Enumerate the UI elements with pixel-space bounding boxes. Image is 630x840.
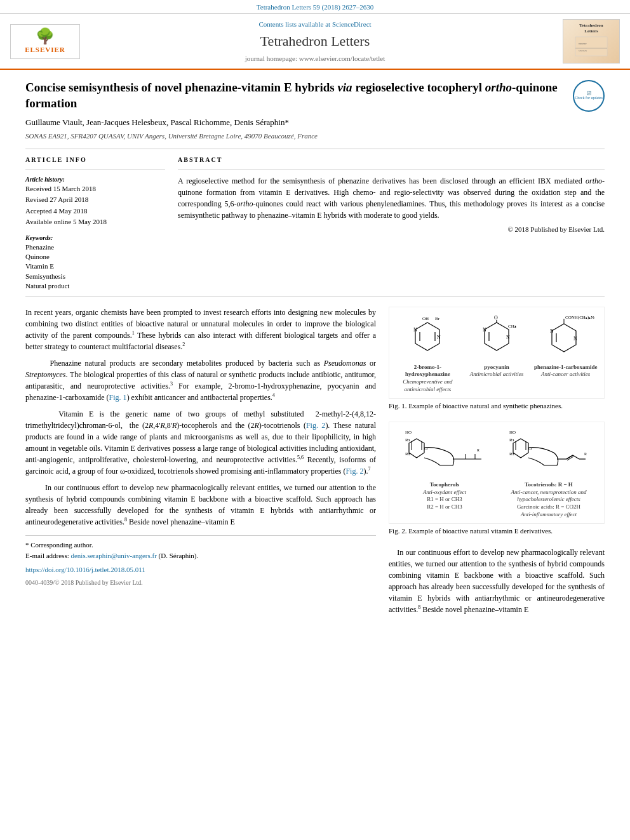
svg-text:N: N — [506, 335, 510, 340]
author-email[interactable]: denis.seraphin@univ-angers.fr — [70, 552, 156, 559]
svg-text:R: R — [477, 448, 479, 452]
chem-struct-3: N N CONH(CH₂)₂N(CH₃)₂ phenazine-1-carbox… — [532, 312, 599, 378]
journal-reference: Tetrahedron Letters 59 (2018) 2627–2630 — [0, 0, 630, 14]
paragraph-4: In our continuous effort to develop new … — [25, 482, 376, 528]
svg-marker-4 — [415, 323, 439, 350]
tocotrienol-struct: HO R₁ R₂ O — [499, 427, 599, 519]
sciencedirect-link[interactable]: Contents lists available at ScienceDirec… — [93, 20, 537, 29]
svg-text:N: N — [573, 336, 577, 342]
chem-svg-3: N N CONH(CH₂)₂N(CH₃)₂ — [537, 312, 594, 360]
journal-logo-right: Tetrahedron Letters ~~~~ ~~~~~ — [537, 19, 620, 63]
svg-rect-0 — [575, 37, 607, 56]
svg-text:N: N — [550, 328, 554, 334]
email-line: E-mail address: denis.seraphin@univ-ange… — [25, 550, 376, 561]
svg-text:R: R — [584, 452, 587, 456]
paragraph-3: Vitamin E is the generic name of two gro… — [25, 408, 376, 477]
title-section: Concise semisynthesis of novel phenazine… — [25, 80, 605, 112]
received-date: Received 15 March 2018 — [25, 184, 165, 194]
affiliation: SONAS EA921, SFR4207 QUASAV, UNIV Angers… — [25, 131, 605, 141]
abstract-column: ABSTRACT A regioselective method for the… — [178, 156, 605, 291]
history-label: Article history: — [25, 175, 165, 184]
copyright: © 2018 Published by Elsevier Ltd. — [178, 225, 605, 234]
keywords-section: Keywords: Phenazine Quinone Vitamin E Se… — [25, 234, 165, 291]
keyword-vitamine: Vitamin E — [25, 262, 165, 271]
doi-line[interactable]: https://doi.org/10.1016/j.tetlet.2018.05… — [25, 564, 376, 575]
main-body: In recent years, organic chemists have b… — [25, 307, 605, 620]
body-right: N N OH Br 2-bromo-1- — [389, 307, 605, 620]
article-info-label: ARTICLE INFO — [25, 156, 165, 164]
svg-text:N: N — [437, 335, 441, 340]
abstract-label: ABSTRACT — [178, 156, 605, 164]
article-history: Article history: Received 15 March 2018 … — [25, 175, 165, 227]
keyword-quinone: Quinone — [25, 252, 165, 262]
paragraph-2: Phenazine natural products are secondary… — [25, 357, 376, 403]
elsevier-logo: 🌳 ELSEVIER — [10, 24, 80, 59]
chem-struct-1: N N OH Br 2-bromo-1- — [394, 312, 461, 393]
chem-name-2: pyocyanin Antimicrobial activities — [464, 364, 530, 378]
keywords-label: Keywords: — [25, 234, 165, 243]
chem-svg-2: N N O CH₃ — [470, 312, 524, 360]
corresponding-author-note: * Corresponding author. — [25, 540, 376, 550]
svg-text:N: N — [413, 327, 417, 333]
divider-1 — [25, 149, 605, 149]
tetrahedron-logo: Tetrahedron Letters ~~~~ ~~~~~ — [563, 19, 620, 63]
figure-2: HO R₁ R₂ O — [389, 422, 605, 537]
body-text-left: In recent years, organic chemists have b… — [25, 307, 376, 620]
body-two-column: In recent years, organic chemists have b… — [25, 307, 605, 620]
issn-line: 0040-4039/© 2018 Published by Elsevier L… — [25, 578, 376, 587]
check-updates-badge[interactable]: 🔄 Check for updates — [573, 80, 605, 112]
tocotrienol-svg: HO R₁ R₂ O — [503, 427, 595, 478]
tocopherol-struct: HO R₁ R₂ O — [394, 427, 495, 519]
svg-text:OH: OH — [422, 316, 429, 321]
chem-svg-1: N N OH Br — [399, 312, 456, 360]
chem-name-3: phenazine-1-carboxamide Anti-cancer acti… — [532, 364, 599, 378]
svg-text:CONH(CH₂)₂N(CH₃)₂: CONH(CH₂)₂N(CH₃)₂ — [565, 315, 594, 320]
available-date: Available online 5 May 2018 — [25, 217, 165, 227]
elsevier-logo-section: 🌳 ELSEVIER — [10, 24, 93, 59]
fig2-caption: Fig. 2. Example of bioactive natural vit… — [389, 526, 605, 536]
revised-date: Revised 27 April 2018 — [25, 195, 165, 204]
elsevier-tree-icon: 🌳 — [36, 29, 55, 44]
svg-text:R₂: R₂ — [509, 451, 514, 457]
authors: Guillaume Viault, Jean-Jacques Helesbeux… — [25, 117, 605, 128]
svg-text:~~~~~: ~~~~~ — [579, 50, 587, 53]
article-content: Concise semisynthesis of novel phenazine… — [0, 70, 630, 630]
journal-title: Tetrahedron Letters — [93, 32, 537, 51]
svg-text:N: N — [483, 327, 486, 333]
chem-struct-2: N N O CH₃ — [464, 312, 530, 378]
figure-1: N N OH Br 2-bromo-1- — [389, 307, 605, 411]
fig1-caption: Fig. 1. Example of bioactive natural and… — [389, 401, 605, 411]
abstract-text: A regioselective method for the semisynt… — [178, 175, 605, 221]
svg-text:O: O — [494, 315, 498, 321]
fig2-ref-1[interactable]: Fig. 2 — [306, 421, 325, 430]
svg-marker-18 — [552, 324, 576, 352]
keyword-phenazine: Phenazine — [25, 243, 165, 252]
svg-text:HO: HO — [405, 430, 412, 435]
svg-text:CH₃: CH₃ — [508, 324, 516, 329]
svg-line-45 — [573, 455, 579, 459]
check-updates-icon: 🔄 — [587, 91, 591, 97]
svg-text:R₁: R₁ — [405, 437, 410, 443]
divider-2 — [25, 296, 605, 297]
tocopherol-svg: HO R₁ R₂ O — [399, 427, 491, 478]
svg-text:~~~~: ~~~~ — [579, 42, 587, 46]
body-text-right: In our continuous effort to develop new … — [389, 547, 605, 615]
tocopherol-name: Tocopherols Anti-oxydant effect R1 = H o… — [394, 481, 495, 511]
fig1-ref[interactable]: Fig. 1 — [109, 393, 127, 402]
journal-header: 🌳 ELSEVIER Contents lists available at S… — [0, 14, 630, 70]
journal-header-center: Contents lists available at ScienceDirec… — [93, 20, 537, 64]
svg-text:R₂: R₂ — [405, 451, 410, 457]
article-info-column: ARTICLE INFO Article history: Received 1… — [25, 156, 165, 291]
tocotrienol-name: Tocotrienols: R = H Anti-cancer, neuropr… — [499, 481, 599, 518]
fig2-ref-2[interactable]: Fig. 2 — [345, 467, 363, 476]
footnote-section: * Corresponding author. E-mail address: … — [25, 535, 376, 587]
svg-text:Br: Br — [435, 316, 440, 321]
tetrahedron-mini-text: Tetrahedron Letters ~~~~ ~~~~~ — [572, 23, 610, 60]
divider-info — [25, 170, 165, 170]
accepted-date: Accepted 4 May 2018 — [25, 206, 165, 216]
keyword-semisynthesis: Semisynthesis — [25, 272, 165, 281]
svg-marker-11 — [485, 323, 509, 350]
info-abstract-section: ARTICLE INFO Article history: Received 1… — [25, 156, 605, 291]
journal-homepage: journal homepage: www.elsevier.com/locat… — [93, 54, 537, 63]
elsevier-brand-text: ELSEVIER — [25, 45, 65, 55]
